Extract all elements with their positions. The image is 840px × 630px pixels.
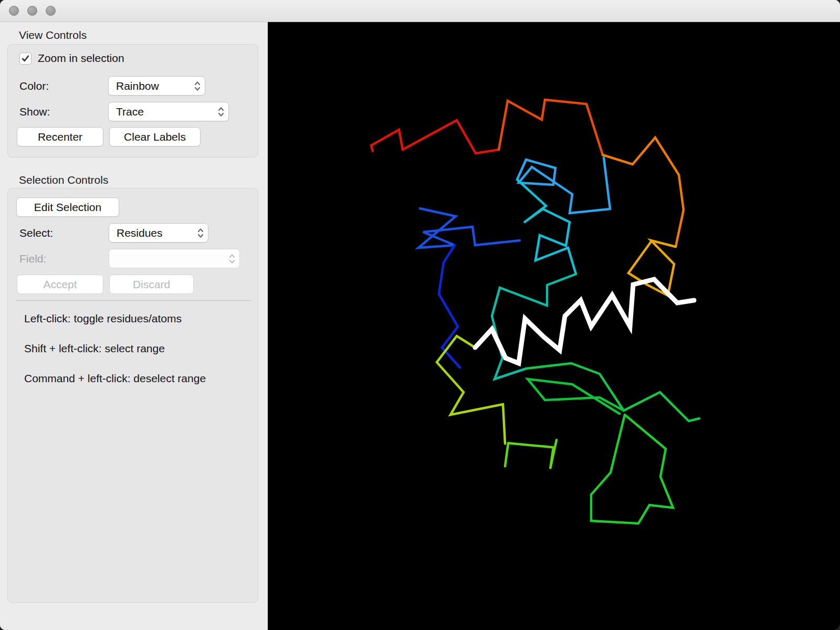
show-dropdown-value: Trace: [116, 102, 144, 121]
stepper-icon: [197, 227, 204, 239]
zoom-in-selection-row: Zoom in selection: [19, 52, 124, 65]
sidebar: View Controls Zoom in selection Color: R…: [0, 22, 268, 630]
title-bar[interactable]: [0, 0, 840, 22]
stepper-icon: [194, 80, 201, 92]
molecule-viewport[interactable]: [268, 22, 840, 630]
color-label: Color:: [19, 76, 49, 96]
trace-segment-orange: [603, 138, 684, 247]
trace-segment-sky-blue: [517, 158, 610, 213]
edit-selection-button[interactable]: Edit Selection: [16, 197, 119, 217]
trace-segment-green-loop: [528, 379, 624, 414]
field-label: Field:: [19, 249, 46, 268]
accept-button[interactable]: Accept: [17, 275, 103, 294]
selection-controls-group: Edit Selection Select: Residues Field:: [7, 188, 258, 603]
trace-segment-green-upper: [526, 363, 699, 421]
recenter-button[interactable]: Recenter: [17, 127, 103, 146]
trace-segment-gold: [628, 240, 676, 296]
trace-segment-dark-blue: [439, 245, 460, 368]
help-shift-left-click: Shift + left-click: select range: [24, 342, 165, 355]
help-command-left-click: Command + left-click: deselect range: [24, 372, 206, 385]
clear-labels-button[interactable]: Clear Labels: [109, 127, 201, 146]
trace-segment-lime: [505, 440, 556, 469]
select-label: Select:: [19, 223, 53, 243]
show-dropdown[interactable]: Trace: [108, 102, 229, 121]
app-window: View Controls Zoom in selection Color: R…: [0, 0, 840, 630]
color-dropdown-value: Rainbow: [116, 77, 159, 95]
select-dropdown-value: Residues: [117, 224, 163, 242]
stepper-icon: [228, 253, 236, 265]
select-dropdown[interactable]: Residues: [109, 223, 208, 243]
field-dropdown[interactable]: [109, 249, 240, 268]
zoom-in-selection-checkbox[interactable]: [19, 52, 32, 65]
view-controls-group: Zoom in selection Color: Rainbow Show: T…: [7, 44, 258, 158]
selection-controls-title: Selection Controls: [19, 174, 108, 186]
zoom-window-button[interactable]: [46, 6, 56, 16]
close-button[interactable]: [9, 6, 19, 16]
trace-segment-cyan: [517, 180, 576, 274]
divider: [16, 300, 251, 301]
trace-segment-blue: [418, 208, 520, 248]
help-left-click: Left-click: toggle residues/atoms: [24, 312, 182, 325]
discard-button[interactable]: Discard: [109, 275, 194, 294]
trace-segment-orange-red: [499, 100, 603, 155]
view-controls-title: View Controls: [19, 29, 87, 41]
trace-segment-red: [371, 120, 499, 153]
molecule-trace: [268, 22, 840, 630]
zoom-in-selection-label: Zoom in selection: [38, 52, 124, 65]
show-label: Show:: [19, 102, 50, 121]
minimize-button[interactable]: [27, 6, 37, 16]
trace-segment-green-lower: [591, 415, 673, 523]
stepper-icon: [217, 106, 225, 118]
checkmark-icon: [21, 54, 30, 63]
color-dropdown[interactable]: Rainbow: [108, 76, 205, 96]
traffic-lights: [9, 6, 56, 16]
